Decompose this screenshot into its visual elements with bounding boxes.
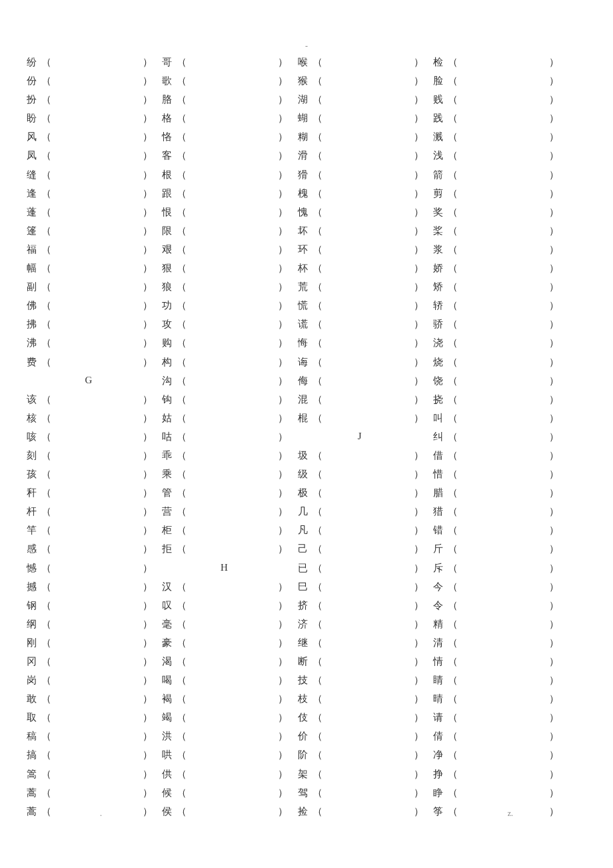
left-paren: （ — [448, 356, 458, 369]
right-paren: ） — [143, 281, 153, 293]
char: 清 — [433, 637, 446, 649]
char-entry: 核（） — [27, 412, 153, 431]
char: 格 — [162, 112, 175, 125]
right-paren: ） — [549, 655, 560, 668]
right-paren: ） — [414, 356, 424, 369]
left-paren: （ — [448, 749, 458, 761]
left-paren: （ — [177, 56, 187, 69]
left-paren: （ — [177, 93, 187, 106]
right-paren: ） — [414, 805, 424, 818]
left-paren: （ — [41, 112, 52, 125]
char: 悔 — [298, 337, 311, 349]
char-entry: 猎（） — [433, 505, 560, 524]
char-entry: 蓬（） — [27, 206, 153, 225]
char-entry: 浅（） — [433, 149, 560, 168]
char: 纠 — [433, 431, 446, 443]
char-entry: 胳（） — [162, 93, 289, 112]
right-paren: ） — [278, 711, 289, 724]
right-paren: ） — [143, 468, 153, 481]
char: 驾 — [298, 787, 311, 799]
left-paren: （ — [448, 468, 458, 481]
char: 娇 — [433, 262, 446, 275]
left-paren: （ — [448, 562, 458, 575]
char-entry: 继（） — [298, 637, 424, 655]
char-entry: 刻（） — [27, 449, 153, 468]
char-entry: 几（） — [298, 505, 424, 524]
char-entry: 挠（） — [433, 393, 560, 412]
char-entry: 乘（） — [162, 468, 289, 487]
column-4: 检（）脸（）贱（）践（）溅（）浅（）箭（）剪（）奖（）桨（）浆（）娇（）矫（）轿… — [433, 56, 560, 824]
char-entry: 蒿（） — [27, 787, 153, 805]
left-paren: （ — [312, 487, 323, 499]
char: 沸 — [27, 337, 40, 349]
char-entry: 杯（） — [298, 262, 424, 281]
right-paren: ） — [549, 112, 560, 125]
left-paren: （ — [177, 599, 187, 612]
char: 烧 — [433, 356, 446, 369]
left-paren: （ — [177, 375, 187, 387]
right-paren: ） — [414, 131, 424, 143]
char-entry: 喉（） — [298, 56, 424, 75]
left-paren: （ — [177, 318, 187, 331]
right-paren: ） — [549, 768, 560, 781]
char-entry: 奖（） — [433, 206, 560, 225]
left-paren: （ — [41, 299, 52, 312]
right-paren: ） — [549, 412, 560, 425]
char-entry: 扮（） — [27, 93, 153, 112]
left-paren: （ — [448, 318, 458, 331]
char: 篙 — [27, 768, 40, 781]
right-paren: ） — [414, 618, 424, 631]
char: 搞 — [27, 749, 40, 761]
right-paren: ） — [549, 730, 560, 743]
left-paren: （ — [312, 169, 323, 181]
char-entry: 稿（） — [27, 730, 153, 749]
right-paren: ） — [278, 487, 289, 499]
left-paren: （ — [177, 674, 187, 687]
char-entry: 请（） — [433, 711, 560, 730]
char-entry: 桨（） — [433, 225, 560, 243]
left-paren: （ — [448, 281, 458, 293]
left-paren: （ — [448, 787, 458, 799]
right-paren: ） — [143, 805, 153, 818]
left-paren: （ — [312, 356, 323, 369]
char: 风 — [27, 131, 40, 143]
char: 管 — [162, 487, 175, 499]
char: 褐 — [162, 693, 175, 705]
left-paren: （ — [177, 356, 187, 369]
char-entry: 篙（） — [27, 768, 153, 787]
left-paren: （ — [312, 655, 323, 668]
left-paren: （ — [177, 787, 187, 799]
right-paren: ） — [278, 768, 289, 781]
char-entry: 烧（） — [433, 356, 560, 375]
char: 钢 — [27, 599, 40, 612]
char-entry: 营（） — [162, 505, 289, 524]
left-paren: （ — [448, 505, 458, 518]
right-paren: ） — [414, 787, 424, 799]
right-paren: ） — [143, 431, 153, 443]
char-entry: 该（） — [27, 393, 153, 412]
right-paren: ） — [278, 281, 289, 293]
right-paren: ） — [549, 299, 560, 312]
char-entry: 驾（） — [298, 787, 424, 805]
char: 杯 — [298, 262, 311, 275]
char-entry: 逢（） — [27, 187, 153, 206]
right-paren: ） — [143, 206, 153, 219]
left-paren: （ — [312, 618, 323, 631]
left-paren: （ — [41, 674, 52, 687]
char: 钩 — [162, 393, 175, 406]
char: 睁 — [433, 787, 446, 799]
char-entry: 坏（） — [298, 225, 424, 243]
right-paren: ） — [143, 543, 153, 555]
char: 环 — [298, 243, 311, 256]
right-paren: ） — [414, 468, 424, 481]
left-paren: （ — [312, 318, 323, 331]
left-paren: （ — [177, 337, 187, 349]
char-entry: 睛（） — [433, 674, 560, 693]
right-paren: ） — [549, 187, 560, 200]
page-content: 纷（）份（）扮（）盼（）风（）凤（）缝（）逢（）蓬（）篷（）福（）幅（）副（）佛… — [27, 56, 560, 824]
char-entry: 撼（） — [27, 581, 153, 599]
right-paren: ） — [278, 581, 289, 593]
right-paren: ） — [549, 468, 560, 481]
char-entry: 取（） — [27, 711, 153, 730]
char-entry: 供（） — [162, 768, 289, 787]
